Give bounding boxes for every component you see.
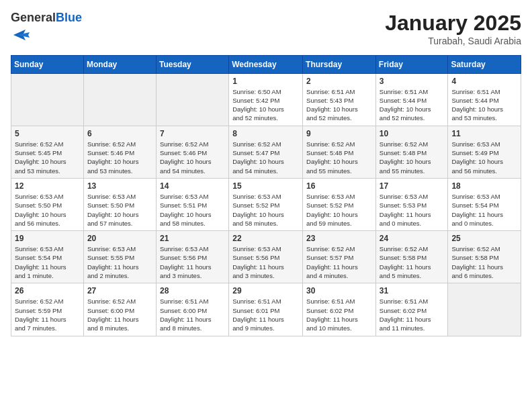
day-info: Sunrise: 6:51 AM Sunset: 6:02 PM Dayligh… [306, 297, 372, 332]
day-number: 1 [232, 77, 299, 86]
day-info: Sunrise: 6:53 AM Sunset: 5:51 PM Dayligh… [160, 192, 225, 228]
day-info: Sunrise: 6:52 AM Sunset: 5:45 PM Dayligh… [15, 140, 80, 175]
day-info: Sunrise: 6:51 AM Sunset: 6:00 PM Dayligh… [160, 297, 225, 332]
calendar-cell: 27Sunrise: 6:52 AM Sunset: 6:00 PM Dayli… [83, 283, 156, 336]
calendar-cell: 21Sunrise: 6:53 AM Sunset: 5:56 PM Dayli… [156, 231, 228, 283]
calendar-cell: 20Sunrise: 6:53 AM Sunset: 5:55 PM Dayli… [83, 231, 156, 283]
day-info: Sunrise: 6:52 AM Sunset: 6:00 PM Dayligh… [87, 297, 152, 332]
day-info: Sunrise: 6:53 AM Sunset: 5:55 PM Dayligh… [87, 244, 152, 280]
calendar-cell [156, 73, 228, 126]
calendar-cell [83, 73, 156, 126]
calendar-header-row: SundayMondayTuesdayWednesdayThursdayFrid… [11, 55, 521, 73]
calendar-week-row: 19Sunrise: 6:53 AM Sunset: 5:54 PM Dayli… [11, 231, 521, 283]
calendar-cell: 3Sunrise: 6:51 AM Sunset: 5:44 PM Daylig… [375, 73, 448, 126]
calendar-cell: 14Sunrise: 6:53 AM Sunset: 5:51 PM Dayli… [156, 178, 228, 230]
calendar-cell: 2Sunrise: 6:51 AM Sunset: 5:43 PM Daylig… [303, 73, 376, 126]
day-info: Sunrise: 6:51 AM Sunset: 5:44 PM Dayligh… [380, 87, 445, 123]
logo-icon [12, 26, 31, 44]
day-number: 14 [160, 181, 225, 191]
day-info: Sunrise: 6:53 AM Sunset: 5:53 PM Dayligh… [380, 192, 445, 228]
day-number: 17 [380, 181, 445, 191]
day-number: 3 [380, 77, 445, 86]
weekday-header-friday: Friday [375, 55, 448, 73]
day-number: 21 [160, 234, 225, 243]
calendar-cell: 13Sunrise: 6:53 AM Sunset: 5:50 PM Dayli… [83, 178, 156, 230]
day-number: 29 [232, 286, 299, 295]
day-number: 8 [232, 129, 299, 138]
day-number: 22 [232, 234, 299, 243]
weekday-header-wednesday: Wednesday [229, 55, 303, 73]
day-number: 23 [306, 234, 372, 243]
calendar-cell: 12Sunrise: 6:53 AM Sunset: 5:50 PM Dayli… [11, 178, 84, 230]
weekday-header-thursday: Thursday [303, 55, 376, 73]
day-number: 6 [87, 129, 152, 138]
day-number: 18 [451, 181, 517, 191]
calendar-cell: 9Sunrise: 6:52 AM Sunset: 5:48 PM Daylig… [303, 126, 376, 178]
calendar-week-row: 26Sunrise: 6:52 AM Sunset: 5:59 PM Dayli… [11, 283, 521, 336]
day-info: Sunrise: 6:51 AM Sunset: 5:44 PM Dayligh… [451, 87, 517, 123]
day-number: 2 [306, 77, 372, 86]
day-number: 4 [451, 77, 517, 86]
calendar-cell: 5Sunrise: 6:52 AM Sunset: 5:45 PM Daylig… [11, 126, 84, 178]
calendar-cell [11, 73, 84, 126]
day-info: Sunrise: 6:53 AM Sunset: 5:56 PM Dayligh… [160, 244, 225, 280]
calendar-cell: 24Sunrise: 6:52 AM Sunset: 5:58 PM Dayli… [375, 231, 448, 283]
day-number: 20 [87, 234, 152, 243]
calendar-cell: 15Sunrise: 6:53 AM Sunset: 5:52 PM Dayli… [229, 178, 303, 230]
day-info: Sunrise: 6:52 AM Sunset: 5:48 PM Dayligh… [306, 140, 372, 175]
calendar-cell: 4Sunrise: 6:51 AM Sunset: 5:44 PM Daylig… [448, 73, 521, 126]
calendar-cell: 26Sunrise: 6:52 AM Sunset: 5:59 PM Dayli… [11, 283, 84, 336]
day-number: 16 [306, 181, 372, 191]
day-number: 12 [15, 181, 80, 191]
day-info: Sunrise: 6:52 AM Sunset: 5:48 PM Dayligh… [380, 140, 445, 175]
page-header: GeneralBlue January 2025 Turabah, Saudi … [11, 11, 521, 47]
calendar-cell: 17Sunrise: 6:53 AM Sunset: 5:53 PM Dayli… [375, 178, 448, 230]
day-number: 26 [15, 286, 80, 295]
calendar-cell: 11Sunrise: 6:53 AM Sunset: 5:49 PM Dayli… [448, 126, 521, 178]
day-number: 28 [160, 286, 225, 295]
day-info: Sunrise: 6:52 AM Sunset: 5:58 PM Dayligh… [380, 244, 445, 280]
day-number: 19 [15, 234, 80, 243]
day-number: 9 [306, 129, 372, 138]
day-number: 7 [160, 129, 225, 138]
logo-blue-text: Blue [56, 11, 82, 24]
day-info: Sunrise: 6:52 AM Sunset: 5:46 PM Dayligh… [87, 140, 152, 175]
day-info: Sunrise: 6:53 AM Sunset: 5:56 PM Dayligh… [232, 244, 299, 280]
calendar-cell: 23Sunrise: 6:52 AM Sunset: 5:57 PM Dayli… [303, 231, 376, 283]
logo-general-text: General [11, 11, 56, 24]
day-info: Sunrise: 6:53 AM Sunset: 5:50 PM Dayligh… [15, 192, 80, 228]
day-info: Sunrise: 6:51 AM Sunset: 6:02 PM Dayligh… [380, 297, 445, 332]
calendar-cell: 1Sunrise: 6:50 AM Sunset: 5:42 PM Daylig… [229, 73, 303, 126]
calendar-week-row: 12Sunrise: 6:53 AM Sunset: 5:50 PM Dayli… [11, 178, 521, 230]
calendar-cell [448, 283, 521, 336]
day-number: 31 [380, 286, 445, 295]
calendar-cell: 25Sunrise: 6:52 AM Sunset: 5:58 PM Dayli… [448, 231, 521, 283]
title-block: January 2025 Turabah, Saudi Arabia [385, 11, 521, 46]
calendar-cell: 10Sunrise: 6:52 AM Sunset: 5:48 PM Dayli… [375, 126, 448, 178]
calendar-cell: 7Sunrise: 6:52 AM Sunset: 5:46 PM Daylig… [156, 126, 228, 178]
day-info: Sunrise: 6:52 AM Sunset: 5:46 PM Dayligh… [160, 140, 225, 175]
logo: GeneralBlue [11, 11, 82, 47]
day-info: Sunrise: 6:53 AM Sunset: 5:52 PM Dayligh… [232, 192, 299, 228]
day-info: Sunrise: 6:53 AM Sunset: 5:49 PM Dayligh… [451, 140, 517, 175]
day-info: Sunrise: 6:51 AM Sunset: 6:01 PM Dayligh… [232, 297, 299, 332]
weekday-header-monday: Monday [83, 55, 156, 73]
weekday-header-tuesday: Tuesday [156, 55, 228, 73]
calendar-week-row: 1Sunrise: 6:50 AM Sunset: 5:42 PM Daylig… [11, 73, 521, 126]
month-title: January 2025 [385, 11, 521, 36]
day-number: 10 [380, 129, 445, 138]
calendar-cell: 28Sunrise: 6:51 AM Sunset: 6:00 PM Dayli… [156, 283, 228, 336]
day-info: Sunrise: 6:53 AM Sunset: 5:54 PM Dayligh… [451, 192, 517, 228]
day-info: Sunrise: 6:53 AM Sunset: 5:50 PM Dayligh… [87, 192, 152, 228]
calendar-cell: 19Sunrise: 6:53 AM Sunset: 5:54 PM Dayli… [11, 231, 84, 283]
calendar-cell: 22Sunrise: 6:53 AM Sunset: 5:56 PM Dayli… [229, 231, 303, 283]
day-info: Sunrise: 6:53 AM Sunset: 5:52 PM Dayligh… [306, 192, 372, 228]
calendar-cell: 18Sunrise: 6:53 AM Sunset: 5:54 PM Dayli… [448, 178, 521, 230]
day-number: 5 [15, 129, 80, 138]
day-number: 30 [306, 286, 372, 295]
calendar-cell: 29Sunrise: 6:51 AM Sunset: 6:01 PM Dayli… [229, 283, 303, 336]
calendar-cell: 8Sunrise: 6:52 AM Sunset: 5:47 PM Daylig… [229, 126, 303, 178]
calendar-week-row: 5Sunrise: 6:52 AM Sunset: 5:45 PM Daylig… [11, 126, 521, 178]
day-number: 25 [451, 234, 517, 243]
day-number: 11 [451, 129, 517, 138]
